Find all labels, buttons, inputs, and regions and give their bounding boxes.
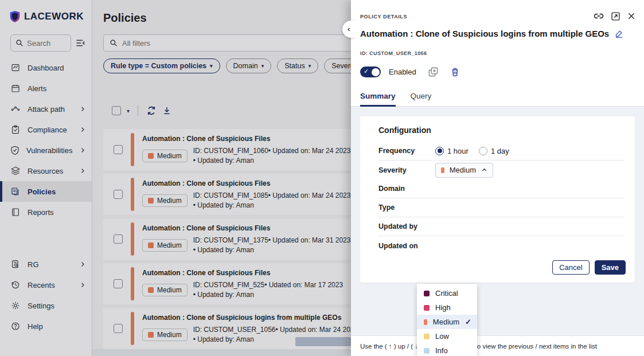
panel-footer-hint: Use the ( ↑ ) up / ( ↓ ) down arrow keys… — [351, 335, 644, 356]
tab-summary[interactable]: Summary — [360, 86, 396, 106]
copy-link-icon[interactable] — [593, 10, 604, 22]
tab-query[interactable]: Query — [411, 86, 432, 106]
enabled-label: Enabled — [389, 68, 416, 76]
close-icon[interactable] — [627, 11, 636, 21]
policy-id: ID: CUSTOM_USER_1056 — [360, 50, 427, 56]
configuration-card: Configuration Frequency 1 hour 1 day Sev… — [360, 116, 635, 283]
option-label: High — [435, 303, 451, 312]
radio-icon — [435, 147, 444, 155]
option-label: Info — [435, 346, 448, 355]
type-row: Type — [378, 198, 625, 217]
enabled-toggle[interactable]: ✓ — [360, 66, 381, 77]
updated-on-row: Updated on — [378, 236, 625, 255]
clone-policy-icon[interactable] — [428, 66, 439, 77]
chevron-up-icon — [481, 167, 487, 173]
app: LACEWORK Dashboard Alerts Attack path — [0, 0, 644, 356]
severity-row: Severity Medium — [378, 161, 625, 179]
severity-option-info[interactable]: Info — [417, 343, 477, 356]
severity-option-low[interactable]: Low — [417, 329, 477, 343]
updated-on-label: Updated on — [378, 242, 430, 250]
severity-option-high[interactable]: High — [417, 300, 477, 315]
severity-dropdown-menu: Critical High Medium ✓ Low Info — [417, 284, 477, 356]
delete-trash-icon[interactable] — [450, 67, 460, 77]
severity-dropdown-button[interactable]: Medium — [435, 163, 493, 178]
open-in-new-icon[interactable] — [611, 11, 620, 21]
policy-details-title: Automation : Clone of Suspicious logins … — [360, 29, 609, 38]
severity-option-critical[interactable]: Critical — [417, 286, 477, 300]
option-label: Medium — [433, 318, 459, 326]
configuration-heading: Configuration — [378, 126, 625, 135]
overlay-scrim — [0, 0, 351, 356]
check-icon: ✓ — [364, 68, 369, 75]
option-label: Critical — [435, 289, 458, 298]
type-label: Type — [378, 204, 417, 212]
domain-row: Domain — [378, 179, 625, 198]
save-button[interactable]: Save — [595, 260, 626, 275]
severity-swatch — [424, 348, 430, 354]
frequency-label: Frequency — [378, 147, 417, 155]
cancel-button[interactable]: Cancel — [552, 260, 589, 275]
severity-value: Medium — [450, 166, 476, 174]
severity-swatch — [424, 319, 427, 325]
policy-details-panel: POLICY DETAILS Automation : Clone of Sus… — [351, 0, 644, 356]
panel-header-label: POLICY DETAILS — [360, 14, 407, 19]
frequency-1-hour-radio[interactable]: 1 hour — [435, 147, 469, 155]
panel-tabs: Summary Query — [351, 86, 644, 107]
updated-by-label: Updated by — [378, 222, 430, 230]
edit-pencil-icon[interactable] — [615, 29, 623, 38]
frequency-1-day-radio[interactable]: 1 day — [479, 147, 509, 155]
chevron-left-icon — [346, 27, 352, 32]
panel-collapse-button[interactable] — [342, 21, 360, 38]
severity-option-medium[interactable]: Medium ✓ — [417, 315, 477, 329]
severity-swatch — [424, 334, 430, 339]
severity-label: Severity — [378, 166, 417, 174]
frequency-row: Frequency 1 hour 1 day — [378, 142, 625, 161]
severity-swatch — [424, 305, 430, 311]
check-icon: ✓ — [465, 318, 471, 326]
severity-swatch — [424, 291, 430, 296]
domain-label: Domain — [378, 185, 417, 193]
option-label: Low — [435, 332, 449, 341]
updated-by-row: Updated by — [378, 217, 625, 236]
radio-icon — [479, 147, 487, 155]
panel-body: Configuration Frequency 1 hour 1 day Sev… — [351, 107, 644, 335]
severity-swatch — [441, 167, 444, 173]
radio-label: 1 day — [491, 147, 509, 155]
radio-label: 1 hour — [447, 147, 469, 155]
